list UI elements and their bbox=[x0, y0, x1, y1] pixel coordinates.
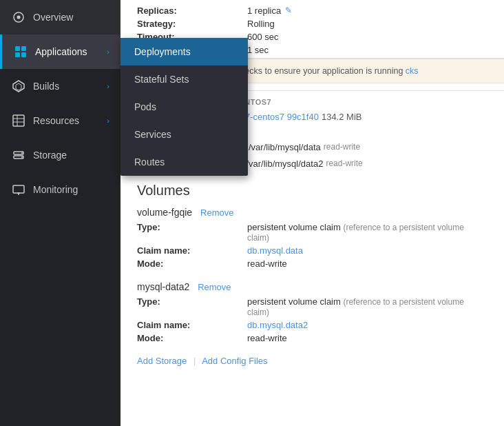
sidebar-item-builds-label: Builds bbox=[33, 81, 107, 92]
volume2-mode-row: Mode: read-write bbox=[137, 333, 487, 343]
sidebar-item-builds[interactable]: Builds › bbox=[0, 69, 120, 103]
sidebar-item-storage-label: Storage bbox=[33, 150, 109, 161]
add-storage-link[interactable]: Add Storage bbox=[137, 356, 187, 366]
mount2-rw: read-write bbox=[326, 159, 362, 168]
svg-rect-4 bbox=[15, 52, 20, 57]
volume1-claim-row: Claim name: db.mysql.data bbox=[137, 245, 487, 256]
volume2-claim-row: Claim name: db.mysql.data2 bbox=[137, 320, 487, 330]
add-config-link[interactable]: Add Config Files bbox=[202, 356, 267, 366]
sidebar-item-monitoring-label: Monitoring bbox=[33, 184, 109, 195]
svg-rect-16 bbox=[13, 185, 24, 193]
resources-chevron-icon: › bbox=[107, 116, 109, 125]
mount1-rw: read-write bbox=[324, 142, 360, 152]
volume1-type-label: Type: bbox=[137, 222, 247, 243]
svg-marker-7 bbox=[16, 83, 21, 90]
volume2-type-label: Type: bbox=[137, 296, 247, 317]
strategy-label: Strategy: bbox=[137, 19, 247, 29]
volume2-block: mysql-data2 Remove Type: persistent volu… bbox=[137, 281, 487, 343]
volume1-mode-row: Mode: read-write bbox=[137, 258, 487, 269]
volume1-mode-value: read-write bbox=[247, 258, 287, 269]
volumes-title: Volumes bbox=[137, 183, 487, 199]
volume1-mode-label: Mode: bbox=[137, 258, 247, 269]
footer-links: Add Storage | Add Config Files bbox=[137, 356, 487, 366]
replicas-edit-link[interactable]: ✎ bbox=[285, 6, 292, 16]
image-hash: 99c1f40 bbox=[284, 112, 319, 122]
svg-point-14 bbox=[21, 152, 23, 154]
volume1-block: volume-fgqie Remove Type: persistent vol… bbox=[137, 207, 487, 269]
builds-icon bbox=[11, 79, 26, 94]
strategy-row: Strategy: Rolling bbox=[137, 19, 487, 29]
svg-point-15 bbox=[21, 156, 23, 158]
volume1-name: volume-fgqie Remove bbox=[137, 207, 487, 218]
dropdown-item-pods[interactable]: Pods bbox=[120, 93, 248, 121]
volume2-remove-link[interactable]: Remove bbox=[198, 282, 231, 292]
volume1-claim-label: Claim name: bbox=[137, 245, 247, 256]
timeout-value: 600 sec bbox=[247, 32, 279, 42]
svg-rect-5 bbox=[21, 52, 26, 57]
volume2-type-row: Type: persistent volume claim (reference… bbox=[137, 296, 487, 317]
update-period-value: 1 sec bbox=[247, 45, 269, 55]
volume1-type-row: Type: persistent volume claim (reference… bbox=[137, 222, 487, 243]
sidebar-item-monitoring[interactable]: Monitoring bbox=[0, 172, 120, 207]
sidebar-item-storage[interactable]: Storage bbox=[0, 138, 120, 172]
storage-icon bbox=[11, 148, 26, 163]
volume2-name: mysql-data2 Remove bbox=[137, 281, 487, 292]
volume2-mode-value: read-write bbox=[247, 333, 287, 343]
dropdown-item-routes[interactable]: Routes bbox=[120, 148, 248, 176]
volume2-claim-label: Claim name: bbox=[137, 320, 247, 330]
resources-icon bbox=[11, 113, 26, 128]
replicas-value: 1 replica bbox=[247, 6, 281, 16]
applications-chevron-icon: › bbox=[107, 48, 109, 56]
volume1-type-value: persistent volume claim (reference to a … bbox=[247, 222, 487, 243]
sidebar-item-overview[interactable]: Overview bbox=[0, 0, 120, 34]
image-size: 134.2 MiB bbox=[322, 112, 362, 122]
applications-icon bbox=[13, 44, 28, 59]
sidebar-item-resources[interactable]: Resources › bbox=[0, 103, 120, 138]
sidebar-item-applications[interactable]: Applications › bbox=[0, 34, 120, 69]
overview-icon bbox=[11, 10, 26, 25]
sidebar-item-overview-label: Overview bbox=[33, 12, 109, 23]
dropdown-item-stateful-sets[interactable]: Stateful Sets bbox=[120, 65, 248, 93]
svg-rect-3 bbox=[21, 46, 26, 51]
svg-rect-8 bbox=[13, 115, 24, 126]
volume2-claim-link[interactable]: db.mysql.data2 bbox=[247, 320, 308, 330]
replicas-row: Replicas: 1 replica ✎ bbox=[137, 6, 487, 16]
volume1-claim-link[interactable]: db.mysql.data bbox=[247, 245, 303, 256]
dropdown-item-deployments[interactable]: Deployments bbox=[120, 38, 248, 65]
sidebar: Overview Applications › Deployments Stat… bbox=[0, 0, 120, 426]
sidebar-item-resources-label: Resources bbox=[33, 115, 107, 126]
volume2-type-value: persistent volume claim (reference to a … bbox=[247, 296, 487, 317]
footer-separator: | bbox=[193, 356, 196, 366]
svg-point-1 bbox=[17, 16, 21, 19]
monitoring-icon bbox=[11, 182, 26, 197]
health-check-link[interactable]: cks bbox=[406, 66, 419, 76]
dropdown-item-services[interactable]: Services bbox=[120, 121, 248, 148]
builds-chevron-icon: › bbox=[107, 82, 109, 90]
applications-dropdown: Deployments Stateful Sets Pods Services … bbox=[120, 38, 248, 176]
volume1-remove-link[interactable]: Remove bbox=[200, 207, 233, 218]
svg-rect-2 bbox=[15, 46, 20, 51]
volume2-mode-label: Mode: bbox=[137, 333, 247, 343]
replicas-label: Replicas: bbox=[137, 6, 247, 16]
sidebar-item-applications-label: Applications bbox=[35, 46, 107, 57]
strategy-value: Rolling bbox=[247, 19, 275, 29]
